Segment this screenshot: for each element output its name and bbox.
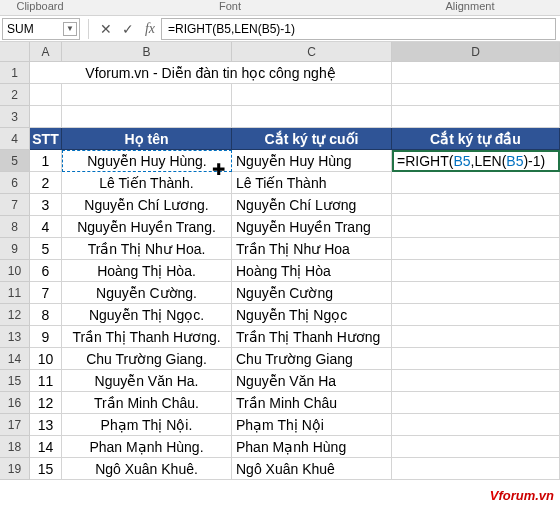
cell-catcuoi[interactable]: Trần Minh Châu	[232, 392, 392, 414]
cell-hoten[interactable]: Trần Minh Châu.	[62, 392, 232, 414]
cell[interactable]	[392, 62, 560, 84]
formula-input[interactable]: =RIGHT(B5,LEN(B5)-1)	[161, 18, 556, 40]
cell-catcuoi[interactable]: Ngô Xuân Khuê	[232, 458, 392, 480]
row-header[interactable]: 6	[0, 172, 30, 194]
cell-catcuoi[interactable]: Hoàng Thị Hòa	[232, 260, 392, 282]
cancel-button[interactable]: ✕	[95, 18, 117, 40]
cell-hoten[interactable]: Ngô Xuân Khuê.	[62, 458, 232, 480]
row-header[interactable]: 11	[0, 282, 30, 304]
cell-catdau[interactable]	[392, 436, 560, 458]
cell-catdau[interactable]	[392, 194, 560, 216]
name-box-dropdown-icon[interactable]: ▼	[63, 22, 77, 36]
cell-stt[interactable]: 5	[30, 238, 62, 260]
cell-catdau[interactable]	[392, 370, 560, 392]
cell-hoten[interactable]: Nguyễn Văn Ha.	[62, 370, 232, 392]
cell-catcuoi[interactable]: Phạm Thị Nội	[232, 414, 392, 436]
cell-hoten[interactable]: Nguyễn Thị Ngọc.	[62, 304, 232, 326]
cell-catdau[interactable]	[392, 238, 560, 260]
cell[interactable]	[232, 84, 392, 106]
enter-button[interactable]: ✓	[117, 18, 139, 40]
cell-catcuoi[interactable]: Lê Tiến Thành	[232, 172, 392, 194]
row-header[interactable]: 2	[0, 84, 30, 106]
cell-catcuoi[interactable]: Nguyễn Huyền Trang	[232, 216, 392, 238]
cell-catcuoi[interactable]: Trần Thị Như Hoa	[232, 238, 392, 260]
cell-hoten[interactable]: Chu Trường Giang.	[62, 348, 232, 370]
cell-hoten[interactable]: Nguyễn Cường.	[62, 282, 232, 304]
header-catcuoi[interactable]: Cắt ký tự cuối	[232, 128, 392, 150]
cell-catdau[interactable]	[392, 282, 560, 304]
col-header-a[interactable]: A	[30, 42, 62, 62]
row-header[interactable]: 19	[0, 458, 30, 480]
cell-stt[interactable]: 1	[30, 150, 62, 172]
cell-stt[interactable]: 14	[30, 436, 62, 458]
row-header[interactable]: 16	[0, 392, 30, 414]
cell-catdau[interactable]	[392, 260, 560, 282]
cell-stt[interactable]: 10	[30, 348, 62, 370]
cell-stt[interactable]: 2	[30, 172, 62, 194]
row-header[interactable]: 10	[0, 260, 30, 282]
cell-catdau[interactable]	[392, 304, 560, 326]
select-all-corner[interactable]	[0, 42, 30, 62]
cell[interactable]	[62, 106, 232, 128]
cell-catdau[interactable]	[392, 414, 560, 436]
cell-catcuoi[interactable]: Nguyễn Văn Ha	[232, 370, 392, 392]
row-header[interactable]: 8	[0, 216, 30, 238]
cell-hoten[interactable]: Nguyễn Chí Lương.	[62, 194, 232, 216]
cell-catcuoi[interactable]: Phan Mạnh Hùng	[232, 436, 392, 458]
cell-catcuoi[interactable]: Chu Trường Giang	[232, 348, 392, 370]
cell-stt[interactable]: 13	[30, 414, 62, 436]
row-header[interactable]: 14	[0, 348, 30, 370]
cell-hoten[interactable]: Trần Thị Như Hoa.	[62, 238, 232, 260]
cell-stt[interactable]: 4	[30, 216, 62, 238]
cell-catcuoi[interactable]: Nguyễn Chí Lương	[232, 194, 392, 216]
cell-hoten[interactable]: Lê Tiến Thành.	[62, 172, 232, 194]
cell-catdau[interactable]	[392, 458, 560, 480]
cell-stt[interactable]: 8	[30, 304, 62, 326]
row-header[interactable]: 13	[0, 326, 30, 348]
cell-hoten[interactable]: Hoàng Thị Hòa.	[62, 260, 232, 282]
fx-button[interactable]: fx	[139, 18, 161, 40]
cell-hoten[interactable]: Nguyễn Huyền Trang.	[62, 216, 232, 238]
cell-stt[interactable]: 3	[30, 194, 62, 216]
active-cell-d5[interactable]: =RIGHT(B5,LEN(B5)-1)RIGHT(text, [num_cha…	[392, 150, 560, 172]
row-header[interactable]: 15	[0, 370, 30, 392]
cell-stt[interactable]: 15	[30, 458, 62, 480]
cell[interactable]	[30, 84, 62, 106]
cell[interactable]	[232, 106, 392, 128]
cell-catdau[interactable]	[392, 392, 560, 414]
header-stt[interactable]: STT	[30, 128, 62, 150]
cell-catdau[interactable]	[392, 216, 560, 238]
cell-catcuoi[interactable]: Trần Thị Thanh Hương	[232, 326, 392, 348]
cell-hoten[interactable]: Trần Thị Thanh Hương.	[62, 326, 232, 348]
cell-catdau[interactable]	[392, 172, 560, 194]
cell-catdau[interactable]	[392, 348, 560, 370]
row-header[interactable]: 7	[0, 194, 30, 216]
cell[interactable]	[30, 106, 62, 128]
row-header[interactable]: 1	[0, 62, 30, 84]
cell-hoten[interactable]: Nguyễn Huy Hùng.	[62, 150, 232, 172]
cell-stt[interactable]: 9	[30, 326, 62, 348]
cell-hoten[interactable]: Phạm Thị Nội.	[62, 414, 232, 436]
cell-stt[interactable]: 12	[30, 392, 62, 414]
cell-stt[interactable]: 11	[30, 370, 62, 392]
row-header[interactable]: 17	[0, 414, 30, 436]
cell-catcuoi[interactable]: Nguyễn Cường	[232, 282, 392, 304]
cell-catdau[interactable]	[392, 326, 560, 348]
col-header-c[interactable]: C	[232, 42, 392, 62]
cell[interactable]	[392, 84, 560, 106]
cell-catcuoi[interactable]: Nguyễn Thị Ngọc	[232, 304, 392, 326]
row-header[interactable]: 9	[0, 238, 30, 260]
row-header[interactable]: 5	[0, 150, 30, 172]
cell-stt[interactable]: 6	[30, 260, 62, 282]
cell-hoten[interactable]: Phan Mạnh Hùng.	[62, 436, 232, 458]
cell[interactable]	[392, 106, 560, 128]
row-header[interactable]: 18	[0, 436, 30, 458]
row-header[interactable]: 12	[0, 304, 30, 326]
row-header[interactable]: 4	[0, 128, 30, 150]
cell-stt[interactable]: 7	[30, 282, 62, 304]
col-header-d[interactable]: D	[392, 42, 560, 62]
cell-catcuoi[interactable]: Nguyễn Huy Hùng	[232, 150, 392, 172]
header-hoten[interactable]: Họ tên	[62, 128, 232, 150]
header-catdau[interactable]: Cắt ký tự đầu	[392, 128, 560, 150]
title-cell[interactable]: Vforum.vn - Diễn đàn tin học công nghệ	[30, 62, 392, 84]
